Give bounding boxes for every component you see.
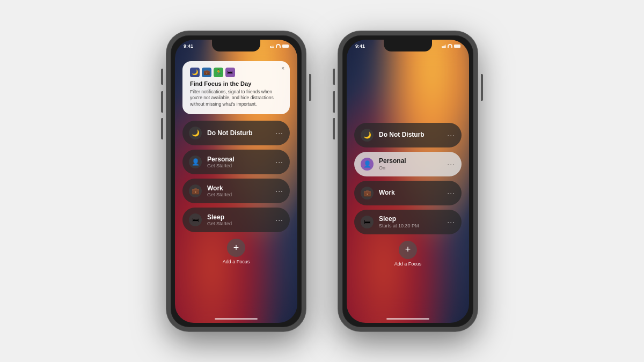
status-time-2: 9:41 bbox=[355, 43, 365, 49]
tooltip-icon-bed: 🛏 bbox=[225, 68, 235, 77]
personal-icon-2: 👤 bbox=[361, 158, 374, 171]
signal-icon-2 bbox=[442, 44, 446, 48]
screen-content-1: × 🌙 💼 🏃 🛏 Find Focus in the Day Filter n… bbox=[175, 56, 297, 323]
tooltip-icon-figure: 🏃 bbox=[214, 68, 223, 77]
focus-more-dnd-2[interactable]: ··· bbox=[447, 131, 455, 139]
status-time-1: 9:41 bbox=[184, 43, 193, 49]
focus-item-personal-2[interactable]: 👤 Personal On ··· bbox=[354, 152, 462, 176]
power-button-2 bbox=[481, 74, 483, 101]
phone-screen-2: 9:41 🌙 Do Not Disturb ··· bbox=[347, 40, 469, 323]
tooltip-icon-briefcase: 💼 bbox=[202, 68, 211, 77]
focus-name-dnd-2: Do Not Disturb bbox=[379, 131, 442, 138]
tooltip-card: × 🌙 💼 🏃 🛏 Find Focus in the Day Filter n… bbox=[182, 61, 290, 115]
mute-button-2 bbox=[333, 69, 335, 85]
focus-more-personal-2[interactable]: ··· bbox=[447, 160, 455, 168]
signal-icon-1 bbox=[270, 44, 274, 48]
focus-more-sleep-1[interactable]: ··· bbox=[275, 216, 283, 224]
add-focus-button-2[interactable]: + bbox=[399, 241, 417, 259]
focus-more-dnd-1[interactable]: ··· bbox=[275, 129, 283, 137]
phone-1: 9:41 × 🌙 💼 🏃 🛏 bbox=[166, 31, 306, 331]
phone-2: 9:41 🌙 Do Not Disturb ··· bbox=[338, 31, 478, 331]
add-focus-2: + Add a Focus bbox=[394, 241, 422, 267]
focus-text-sleep-1: Sleep Get Started bbox=[207, 213, 270, 226]
focus-item-do-not-disturb-1[interactable]: 🌙 Do Not Disturb ··· bbox=[182, 121, 290, 145]
volume-up-button-2 bbox=[333, 91, 335, 113]
volume-down-button bbox=[161, 118, 163, 139]
personal-icon-1: 👤 bbox=[189, 156, 202, 168]
focus-more-personal-1[interactable]: ··· bbox=[275, 158, 283, 166]
focus-sub-sleep-1: Get Started bbox=[207, 221, 270, 226]
phone-frame-1: 9:41 × 🌙 💼 🏃 🛏 bbox=[166, 31, 306, 331]
volume-down-button-2 bbox=[333, 118, 335, 139]
focus-name-personal-2: Personal bbox=[379, 157, 442, 165]
screen-content-2: 🌙 Do Not Disturb ··· 👤 Personal On ··· � bbox=[347, 56, 469, 323]
focus-text-dnd-2: Do Not Disturb bbox=[379, 131, 442, 138]
focus-text-work-2: Work bbox=[379, 189, 442, 196]
status-icons-2 bbox=[442, 44, 460, 48]
focus-name-sleep-1: Sleep bbox=[207, 213, 270, 221]
focus-text-sleep-2: Sleep Starts at 10:30 PM bbox=[379, 215, 442, 228]
add-focus-label-1: Add a Focus bbox=[223, 259, 250, 264]
phone-frame-2: 9:41 🌙 Do Not Disturb ··· bbox=[338, 31, 478, 331]
focus-name-sleep-2: Sleep bbox=[379, 215, 442, 223]
wifi-icon-2 bbox=[448, 44, 452, 48]
work-icon-1: 💼 bbox=[189, 184, 202, 197]
focus-item-do-not-disturb-2[interactable]: 🌙 Do Not Disturb ··· bbox=[354, 123, 462, 147]
phone-screen-1: 9:41 × 🌙 💼 🏃 🛏 bbox=[175, 40, 297, 323]
tooltip-description: Filter notifications, signal to friends … bbox=[190, 89, 282, 108]
do-not-disturb-icon-2: 🌙 bbox=[361, 129, 374, 142]
do-not-disturb-icon-1: 🌙 bbox=[189, 127, 202, 139]
add-focus-1: + Add a Focus bbox=[223, 239, 250, 264]
focus-more-sleep-2[interactable]: ··· bbox=[447, 218, 455, 226]
focus-item-work-1[interactable]: 💼 Work Get Started ··· bbox=[182, 179, 290, 203]
home-indicator-2 bbox=[386, 318, 429, 320]
notch-2 bbox=[384, 40, 432, 51]
status-icons-1 bbox=[270, 44, 289, 48]
tooltip-icon-moon: 🌙 bbox=[190, 68, 200, 77]
focus-name-work-2: Work bbox=[379, 189, 442, 196]
focus-more-work-1[interactable]: ··· bbox=[275, 187, 283, 195]
focus-item-sleep-2[interactable]: 🛏 Sleep Starts at 10:30 PM ··· bbox=[354, 210, 462, 234]
sleep-icon-2: 🛏 bbox=[361, 216, 374, 228]
focus-sub-work-1: Get Started bbox=[207, 192, 270, 197]
power-button bbox=[309, 74, 311, 101]
tooltip-title: Find Focus in the Day bbox=[190, 80, 282, 87]
focus-name-dnd-1: Do Not Disturb bbox=[207, 129, 270, 137]
home-indicator-1 bbox=[215, 318, 258, 320]
tooltip-icons: 🌙 💼 🏃 🛏 bbox=[190, 68, 282, 77]
focus-item-personal-1[interactable]: 👤 Personal Get Started ··· bbox=[182, 150, 290, 174]
focus-name-work-1: Work bbox=[207, 184, 270, 192]
focus-sub-personal-1: Get Started bbox=[207, 163, 270, 168]
sleep-icon-1: 🛏 bbox=[189, 213, 202, 226]
battery-icon-1 bbox=[282, 45, 289, 48]
mute-button bbox=[161, 69, 163, 85]
focus-text-personal-1: Personal Get Started bbox=[207, 156, 270, 168]
focus-more-work-2[interactable]: ··· bbox=[447, 189, 455, 197]
focus-sub-personal-2: On bbox=[379, 165, 442, 171]
focus-item-sleep-1[interactable]: 🛏 Sleep Get Started ··· bbox=[182, 208, 290, 232]
add-focus-button-1[interactable]: + bbox=[227, 239, 245, 257]
focus-text-dnd-1: Do Not Disturb bbox=[207, 129, 270, 137]
volume-up-button bbox=[161, 91, 163, 113]
focus-name-personal-1: Personal bbox=[207, 156, 270, 163]
tooltip-close-button[interactable]: × bbox=[281, 65, 284, 71]
work-icon-2: 💼 bbox=[361, 187, 374, 200]
focus-text-work-1: Work Get Started bbox=[207, 184, 270, 197]
focus-item-work-2[interactable]: 💼 Work ··· bbox=[354, 181, 462, 205]
focus-sub-sleep-2: Starts at 10:30 PM bbox=[379, 223, 442, 228]
wifi-icon-1 bbox=[276, 44, 281, 48]
focus-text-personal-2: Personal On bbox=[379, 157, 442, 170]
battery-icon-2 bbox=[454, 45, 460, 48]
notch-1 bbox=[212, 40, 260, 51]
add-focus-label-2: Add a Focus bbox=[394, 261, 422, 267]
